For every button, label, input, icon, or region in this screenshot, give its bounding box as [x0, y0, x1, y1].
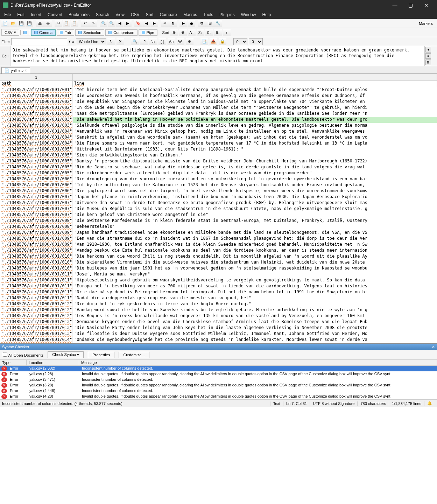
bookmark-prev-icon[interactable]: ◀ [142, 20, 150, 27]
copy-icon[interactable]: 📋 [63, 20, 70, 27]
customize-button[interactable]: Customize... [119, 352, 149, 358]
table-row[interactable]: "./1048576/afr/1000/001/013""Germaanse k… [0, 319, 437, 325]
menu-bookmarks[interactable]: Bookmarks [66, 12, 92, 18]
menu-csv[interactable]: CSV [128, 12, 142, 18]
cell-list-icon[interactable]: ≡ [425, 53, 431, 59]
table-row[interactable]: "./1048576/afr/1000/001/006""Tot by die … [0, 182, 437, 188]
column-offset-select[interactable]: 0 [233, 38, 247, 45]
save-all-icon[interactable]: 💾 [26, 20, 33, 27]
menu-tools[interactable]: Tools [200, 12, 216, 18]
col-location[interactable]: Location [27, 360, 79, 365]
split-icon[interactable]: ⊞ [206, 20, 214, 27]
table-row[interactable]: "./1048576/afr/1000/001/014""Ondanks die… [0, 337, 437, 343]
csv-mode-button[interactable]: CSV▾ [1, 29, 19, 36]
col-message[interactable]: Message [79, 360, 437, 365]
sort-desc-icon[interactable]: ⊖ [179, 29, 187, 36]
menu-convert[interactable]: Convert [45, 12, 65, 18]
table-row[interactable]: "./1048576/afr/1000/001/004""Sanskrit is… [0, 135, 437, 141]
table-row[interactable]: "./1048576/afr/1000/001/007""Japan het p… [0, 194, 437, 200]
sort-za-icon[interactable]: Z↓ [197, 29, 204, 36]
bracket-icon[interactable]: [.] [158, 38, 166, 46]
table-row[interactable]: "./1048576/afr/1000/001/012""Vandag word… [0, 307, 437, 313]
macro-icon[interactable]: ▶ [179, 20, 187, 27]
properties-button[interactable]: Properties [88, 352, 114, 358]
syntax-close-icon[interactable]: ✕ [432, 345, 435, 349]
table-row[interactable]: "./1048576/afr/1000/001/001""Die woordes… [0, 93, 437, 99]
table-row[interactable]: "./1048576/afr/1000/001/005""Uittreksel … [0, 147, 437, 153]
line-offset-select[interactable]: 0 [249, 38, 263, 45]
bookmark-filter-icon[interactable]: 📑 [200, 38, 208, 46]
find-prev-icon[interactable]: ◀ [116, 20, 124, 27]
find-next-icon[interactable]: ▶ [124, 20, 132, 27]
new-file-icon[interactable]: 📄 [1, 20, 9, 27]
table-row[interactable]: "./1048576/afr/1000/001/003""Die sakewêr… [0, 117, 437, 123]
notification-icon[interactable]: 🔔 [424, 401, 435, 406]
tool-icon[interactable]: 🔧 [214, 20, 222, 27]
column-header-1[interactable]: 1 [0, 74, 73, 80]
find-icon[interactable]: 🔍 [100, 20, 107, 27]
paste-icon[interactable]: 📋 [71, 20, 78, 27]
table-row[interactable]: "./1048576/afr/1000/001/007""Uitvoere dr… [0, 200, 437, 206]
menu-view[interactable]: View [113, 12, 127, 18]
table-row[interactable]: "./1048576/afr/1000/001/001""Met hierdie… [0, 87, 437, 93]
save-icon[interactable]: 💾 [17, 20, 25, 27]
marks-icon[interactable]: ¶ [169, 20, 177, 27]
sort-az-icon[interactable]: A↓ [188, 29, 196, 36]
table-row[interactable]: "./1048576/afr/1000/001/004""Aanvanklik … [0, 129, 437, 135]
negative-icon[interactable]: ⊘ [186, 38, 193, 46]
undo-icon[interactable]: ↶ [81, 20, 89, 27]
maximize-button[interactable]: ▢ [403, 0, 418, 10]
table-row[interactable]: "./1048576/afr/1000/001/007""Die Museu d… [0, 206, 437, 212]
refresh-icon[interactable]: ↻ [107, 38, 115, 46]
wrap-icon[interactable]: ↵ [161, 20, 169, 27]
cell-tree-icon[interactable]: ⊞ [425, 59, 431, 65]
table-row[interactable]: "./1048576/afr/1000/001/005""Die mikrobe… [0, 170, 437, 176]
filter-dropdown-icon[interactable]: ▾ [69, 39, 71, 44]
table-row[interactable]: "./1048576/afr/1000/001/011""Hipotesetoe… [0, 278, 437, 284]
compare-icon[interactable]: ⧉ [198, 20, 206, 27]
header-path[interactable]: path [0, 81, 73, 87]
table-row[interactable]: "./1048576/afr/1000/001/005""Sien die on… [0, 153, 437, 159]
sort-09-icon[interactable]: 0↓ [205, 29, 213, 36]
menu-window[interactable]: Window [238, 12, 259, 18]
menu-insert[interactable]: Insert [28, 12, 44, 18]
comma-mode-button[interactable]: Comma [31, 29, 56, 36]
regex-icon[interactable]: .? [140, 38, 148, 46]
minimize-button[interactable]: — [387, 0, 403, 10]
case-icon[interactable]: Aa [168, 38, 175, 46]
table-row[interactable]: "./1048576/afr/1000/001/003""Sielkunde o… [0, 123, 437, 129]
table-row[interactable]: "./1048576/afr/1000/001/002""In die 18de… [0, 105, 437, 111]
table-row[interactable]: "./1048576/afr/1000/001/006""Die droogle… [0, 176, 437, 182]
word-icon[interactable]: W. [177, 38, 184, 46]
table-row[interactable]: "./1048576/afr/1000/001/002""Die Republi… [0, 99, 437, 105]
check-syntax-button[interactable]: Check Syntax ▾ [48, 351, 84, 358]
lock-icon[interactable]: 🔒 [219, 38, 226, 46]
table-row[interactable]: "./1048576/afr/1000/001/011""Josef, Mari… [0, 272, 437, 278]
cut-icon[interactable]: ✂ [55, 20, 62, 27]
menu-sort[interactable]: Sort [143, 12, 156, 18]
comparison-mode-button[interactable]: Comparison [105, 29, 137, 36]
extract-icon[interactable]: 📤 [210, 38, 217, 46]
table-row[interactable]: "./1048576/afr/1000/001/011""Drie dae ná… [0, 289, 437, 295]
table-row[interactable]: "./1048576/afr/1000/001/012""Los Roques … [0, 313, 437, 319]
tab-mode-button[interactable]: Tab [57, 29, 74, 36]
error-row[interactable]: ✕Erroryali.csv (4:446)Inconsistent numbe… [0, 388, 437, 394]
escape-icon[interactable]: \n [149, 38, 157, 46]
table-row[interactable]: "./1048576/afr/1000/001/010""Die builepe… [0, 266, 437, 272]
redo-icon[interactable]: ↷ [89, 20, 97, 27]
bookmark-next-icon[interactable]: ▶ [150, 20, 158, 27]
table-row[interactable]: "./1048576/afr/1000/001/008""Die Switser… [0, 218, 437, 224]
tab-yali-csv[interactable]: 📄 yali.csv × [1, 67, 30, 74]
table-row[interactable]: "./1048576/afr/1000/001/009""Vandag besk… [0, 248, 437, 254]
table-row[interactable]: "./1048576/afr/1000/001/004""Die Finse s… [0, 141, 437, 147]
column-header-2[interactable] [73, 74, 437, 80]
table-row[interactable]: "./1048576/afr/1000/001/009""Japan handh… [0, 230, 437, 236]
filter-scope-select[interactable]: Whole Line [76, 38, 106, 45]
search-icon[interactable]: 🔍 [131, 38, 139, 46]
error-row[interactable]: ✕Erroryali.csv (2:682)Inconsistent numbe… [0, 366, 437, 371]
all-open-checkbox[interactable]: All Open Documents [3, 352, 43, 357]
table-row[interactable]: "./1048576/afr/1000/001/012""Die dorp he… [0, 301, 437, 307]
error-row[interactable]: ✕Erroryali.csv (3:28)Invalid double quot… [0, 383, 437, 388]
replace-icon[interactable]: 🔍 [108, 20, 115, 27]
clear-filter-icon[interactable]: ✕ [117, 38, 124, 46]
